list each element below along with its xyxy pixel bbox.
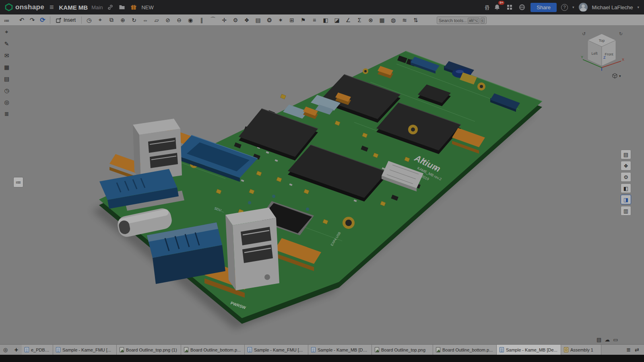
insert-button[interactable]: Insert [53,16,79,24]
interference-icon[interactable]: ⊗ [366,16,376,25]
properties-icon[interactable]: ≣ [2,109,11,118]
usb-stack-connector[interactable] [225,208,279,290]
mass-properties-icon[interactable]: Σ [355,16,364,25]
render-icon[interactable]: ◍ [388,16,398,25]
parts-panel-icon[interactable]: ❖ [621,161,631,171]
user-menu-caret-icon[interactable]: ▾ [637,5,639,9]
tab-scroll-icon[interactable]: ⇄ [635,347,639,353]
search-icon[interactable]: ◎ [2,97,11,107]
configurations-panel-icon[interactable]: ⚙ [621,172,631,182]
circular-pattern-icon[interactable]: ❂ [264,16,274,25]
replicate-icon[interactable]: ❖ [242,16,252,25]
sheet-panel-icon[interactable]: ▥ [621,206,631,216]
cylindrical-icon[interactable]: ⊘ [163,16,173,25]
onshape-logo-icon [5,3,13,11]
cloud-status-icon[interactable]: ☁ [605,337,610,343]
update-icon[interactable]: ⟳ [38,16,47,25]
section-view-icon[interactable]: ◪ [332,16,342,25]
document-tab[interactable]: Sample - Kame_MB [De... [497,345,561,355]
undo-button[interactable]: ↶ [17,16,27,25]
named-positions-icon[interactable]: ⚑ [298,16,308,25]
versions-icon[interactable]: ◷ [2,86,11,95]
animate-icon[interactable]: ≋ [400,16,409,25]
cube-icon [612,73,618,79]
help-caret-icon[interactable]: ▾ [572,5,574,9]
slider-icon[interactable]: ⇔ [140,16,150,25]
document-tab[interactable]: Board Outline_bottom.p... [181,345,245,355]
main-menu-icon[interactable]: ≡ [50,3,54,12]
add-tab-button[interactable]: + [11,345,22,355]
tool-search[interactable]: alt/⌥ c [437,16,487,24]
document-tab[interactable]: Board Outline_top.png [372,345,433,355]
logo-wordmark: onshape [15,3,44,11]
mate-features-icon[interactable]: ⌖ [2,27,11,37]
ball-icon[interactable]: ◉ [186,16,195,25]
app-store-icon[interactable] [506,3,514,11]
history-icon[interactable]: ◷ [84,16,94,25]
share-link-icon[interactable] [106,3,114,11]
follow-mode-icon[interactable]: ▭ [613,337,618,343]
tab-search-icon[interactable]: ◎ [0,345,11,355]
document-tab[interactable]: Sample - Kame_MB [De... [308,345,372,355]
planar-icon[interactable]: ▱ [152,16,161,25]
dev-mode-icon[interactable]: {/} [485,4,489,10]
workspace-name[interactable]: Main [91,4,103,10]
drawing-icon[interactable]: ▦ [377,16,387,25]
gift-icon[interactable] [130,3,138,11]
doc-tab-icon [56,347,60,352]
document-tab[interactable]: Board Outline_top.png (1) [117,345,181,355]
display-states-panel-icon[interactable]: ◧ [621,183,631,193]
custom-tables-icon[interactable]: ▦ [2,62,11,72]
standard-content-icon[interactable]: ⚙ [231,16,240,25]
user-avatar[interactable] [579,3,588,12]
instance-tree-icon[interactable]: ≔ [2,16,11,25]
appearance-icon[interactable]: ✎ [2,39,11,48]
snapshot-icon[interactable]: ⊞ [287,16,297,25]
user-name[interactable]: Michael LaFleche [592,4,633,10]
measure-icon[interactable]: ∠ [343,16,353,25]
redo-button[interactable]: ↷ [27,16,37,25]
comments-icon[interactable]: ✉ [2,51,11,60]
projection-menu-button[interactable]: ▾ [612,73,621,79]
explode-view-icon[interactable]: ✶ [276,16,285,25]
bom-icon[interactable]: ▤ [2,74,11,83]
document-tab[interactable]: Sample - Kame_FMU [... [53,345,117,355]
revolute-icon[interactable]: ↻ [129,16,139,25]
new-badge[interactable]: NEW [141,4,153,10]
left-panel-toolbar: ≔⌖✎✉▦▤◷◎≣ [2,16,11,118]
help-icon[interactable]: ? [561,4,568,11]
notifications-icon[interactable]: 9+ [493,3,501,11]
tabs-row: e_PDB [D...Sample - Kame_FMU [...Board O… [22,345,601,355]
view-cube[interactable]: ↺ ↻ Top Left Front Y X Z [579,29,625,79]
3d-viewport[interactable]: Altium KAME_MB rev.2 2019 PWRSW EXP4 USB… [0,26,644,344]
tab-list-icon[interactable]: ≣ [626,347,631,353]
folder-icon[interactable] [118,3,126,11]
parallel-icon[interactable]: ∥ [197,16,206,25]
linear-pattern-icon[interactable]: ▤ [253,16,263,25]
document-tab[interactable]: Board Outline_bottom.p... [433,345,497,355]
share-button[interactable]: Share [530,3,557,12]
pin-slot-icon[interactable]: ⊖ [174,16,184,25]
bom-panel-icon[interactable]: ▤ [621,150,631,159]
document-tab[interactable]: Assembly 1 [561,345,601,355]
display-states-icon[interactable]: ◧ [321,16,330,25]
tangent-icon[interactable]: ⌒ [208,16,218,25]
mate-icon[interactable]: ⌖ [95,16,105,25]
export-icon[interactable]: ⇅ [411,16,421,25]
onshape-logo[interactable]: onshape [5,3,44,11]
appearance-panel-icon[interactable]: ◨ [621,195,631,204]
configurations-icon[interactable]: ≡ [310,16,319,25]
print-icon[interactable]: ▤ [597,337,601,343]
pcb-3d-model[interactable]: Altium KAME_MB rev.2 2019 PWRSW EXP4 USB… [0,26,644,344]
group-icon[interactable]: ⧉ [107,16,116,25]
globe-icon[interactable] [518,3,526,11]
mate-connector-icon[interactable]: ✛ [219,16,229,25]
document-title[interactable]: KAME MB [59,4,88,11]
document-tab[interactable]: Sample - Kame_FMU [... [245,345,308,355]
fasten-icon[interactable]: ⊕ [118,16,128,25]
search-tools-input[interactable] [439,18,466,23]
assembly-tab-icon [564,347,568,352]
assembly-tree-toggle[interactable]: ≔ [13,177,23,187]
viewport-status-icons: ▤☁▭ [597,337,618,343]
document-tab[interactable]: e_PDB [D... [22,345,53,355]
